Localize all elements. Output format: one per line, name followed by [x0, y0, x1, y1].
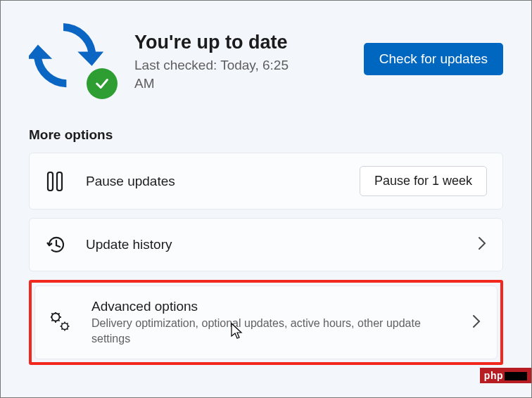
status-subtitle: Last checked: Today, 6:25 AM [134, 56, 303, 92]
svg-line-9 [51, 319, 53, 321]
gears-icon [51, 312, 72, 333]
advanced-title: Advanced options [91, 299, 452, 314]
pause-title: Pause updates [86, 174, 340, 189]
svg-line-7 [51, 313, 53, 314]
history-title: Update history [86, 237, 457, 252]
watermark: php [480, 368, 531, 383]
pause-updates-row[interactable]: Pause updates Pause for 1 week [29, 153, 503, 210]
update-history-row[interactable]: Update history [29, 218, 503, 271]
pause-for-1-week-button[interactable]: Pause for 1 week [360, 166, 487, 196]
pause-icon [45, 171, 66, 192]
check-badge-icon [87, 68, 118, 99]
svg-rect-1 [57, 172, 62, 191]
sync-icon [29, 20, 113, 98]
update-status-header: You're up to date Last checked: Today, 6… [29, 20, 503, 98]
svg-rect-0 [48, 172, 53, 191]
svg-line-19 [67, 323, 68, 323]
advanced-subtitle: Delivery optimization, optional updates,… [91, 316, 452, 346]
advanced-options-row[interactable]: Advanced options Delivery optimization, … [34, 285, 498, 359]
history-icon [45, 234, 66, 255]
svg-line-17 [67, 328, 68, 329]
svg-line-10 [58, 313, 60, 314]
svg-point-11 [62, 323, 68, 329]
advanced-options-highlight: Advanced options Delivery optimization, … [29, 280, 503, 365]
more-options-heading: More options [29, 127, 503, 143]
chevron-right-icon [471, 314, 481, 332]
check-for-updates-button[interactable]: Check for updates [364, 43, 503, 75]
svg-line-16 [61, 323, 62, 323]
chevron-right-icon [477, 236, 487, 254]
status-title: You're up to date [134, 32, 343, 53]
svg-point-2 [52, 313, 60, 321]
svg-line-18 [61, 328, 62, 329]
svg-line-8 [58, 319, 60, 321]
